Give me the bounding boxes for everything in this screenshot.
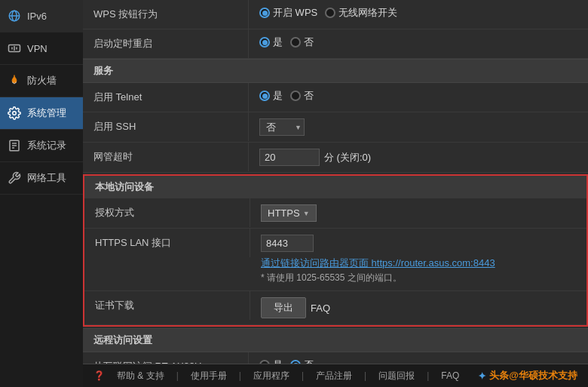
- reboot-no-option[interactable]: 否: [290, 35, 314, 49]
- https-select-label: HTTPS: [268, 207, 300, 219]
- wps-switch-option[interactable]: 无线网络开关: [325, 6, 397, 20]
- session-row-content: 分 (关闭:0): [259, 149, 371, 166]
- telnet-no-radio[interactable]: [290, 91, 301, 101]
- sidebar-label-system: 系统管理: [27, 106, 66, 120]
- local-access-header: 本地访问设备: [84, 176, 586, 198]
- https-port-note: * 请使用 1025-65535 之间的端口。: [261, 272, 495, 284]
- reboot-yes-radio[interactable]: [259, 37, 270, 48]
- svg-point-4: [13, 112, 17, 115]
- telnet-label: 启用 Telnet: [83, 83, 249, 112]
- footer-faq-link[interactable]: FAQ: [441, 370, 459, 381]
- main-content: WPS 按钮行为 开启 WPS 无线网络开关 启动定时重启: [83, 0, 588, 387]
- wps-switch-label: 无线网络开关: [338, 6, 397, 20]
- sidebar-item-network-tools[interactable]: 网络工具: [0, 162, 83, 195]
- remote-internet-radio-group: 是 否: [259, 358, 314, 364]
- settings-table: WPS 按钮行为 开启 WPS 无线网络开关 启动定时重启: [83, 0, 588, 364]
- footer-report-link[interactable]: 问题回报: [378, 370, 415, 382]
- https-lan-row: HTTPS LAN 接口 通过链接访问路由器页面 https://router.…: [84, 229, 586, 291]
- reboot-radio-group: 是 否: [259, 35, 314, 49]
- session-timeout-label: 网管超时: [83, 143, 249, 171]
- sidebar-item-vpn[interactable]: VPN: [0, 32, 83, 65]
- services-header: 服务: [83, 59, 588, 83]
- telnet-no-label: 否: [304, 89, 314, 103]
- reboot-no-radio[interactable]: [290, 37, 301, 48]
- session-timeout-row: 网管超时 分 (关闭:0): [83, 143, 588, 173]
- cert-download-value: 导出 FAQ: [250, 291, 586, 324]
- footer-help-icon: ❓: [93, 370, 105, 381]
- footer-sep-5: |: [427, 370, 429, 381]
- ssh-select[interactable]: 否 是: [259, 118, 305, 136]
- footer-sep-2: |: [239, 370, 241, 381]
- scheduled-reboot-value: 是 否: [249, 29, 588, 55]
- remote-internet-no-option[interactable]: 否: [290, 358, 314, 364]
- wps-behavior-row: WPS 按钮行为 开启 WPS 无线网络开关: [83, 0, 588, 29]
- telnet-yes-radio[interactable]: [259, 91, 270, 101]
- footer-manual-link[interactable]: 使用手册: [191, 370, 227, 382]
- sidebar-label-syslog: 系统记录: [27, 139, 66, 152]
- footer-help-link[interactable]: 帮助 & 支持: [117, 370, 164, 382]
- footer-sep-3: |: [302, 370, 304, 381]
- scheduled-reboot-label: 启动定时重启: [83, 29, 249, 58]
- footer-app-link[interactable]: 应用程序: [253, 370, 289, 382]
- remote-internet-yes-option[interactable]: 是: [259, 358, 283, 364]
- vpn-icon: [6, 40, 23, 57]
- telnet-yes-label: 是: [273, 89, 283, 103]
- wps-behavior-label: WPS 按钮行为: [83, 0, 249, 29]
- ssh-label: 启用 SSH: [83, 112, 249, 141]
- sidebar: IPv6 VPN 防火墙 系统管理: [0, 0, 83, 387]
- wps-radio-group: 开启 WPS 无线网络开关: [259, 6, 397, 20]
- wps-switch-radio[interactable]: [325, 8, 335, 18]
- footer-sep-4: |: [364, 370, 366, 381]
- footer-reg-link[interactable]: 产品注册: [316, 370, 352, 382]
- https-lan-label: HTTPS LAN 接口: [84, 229, 250, 257]
- wps-on-label: 开启 WPS: [273, 6, 317, 20]
- https-link[interactable]: 通过链接访问路由器页面 https://router.asus.com:8443: [261, 256, 495, 270]
- session-timeout-value: 分 (关闭:0): [249, 143, 588, 172]
- gear-icon: [6, 105, 23, 121]
- ssh-value: 否 是: [249, 112, 588, 142]
- auth-method-value: HTTPS: [250, 198, 586, 228]
- telnet-value: 是 否: [249, 83, 588, 109]
- remote-internet-no-label: 否: [304, 358, 314, 364]
- remote-access-header: 远程访问设置: [83, 328, 588, 352]
- footer-brand: ✦ 头条@华硕技术支持: [478, 369, 577, 382]
- wps-behavior-value: 开启 WPS 无线网络开关: [249, 0, 588, 26]
- telnet-no-option[interactable]: 否: [290, 89, 314, 103]
- brand-asus-icon: ✦: [478, 370, 486, 382]
- scheduled-reboot-row: 启动定时重启 是 否: [83, 29, 588, 59]
- sidebar-label-ipv6: IPv6: [27, 11, 47, 22]
- reboot-yes-option[interactable]: 是: [259, 35, 283, 49]
- wps-on-radio[interactable]: [259, 8, 270, 18]
- footer-sep-1: |: [176, 370, 179, 381]
- session-timeout-input[interactable]: [259, 149, 320, 166]
- cert-download-label: 证书下载: [84, 291, 250, 320]
- ssh-select-wrapper[interactable]: 否 是: [259, 118, 305, 136]
- export-button[interactable]: 导出: [261, 297, 306, 318]
- wps-on-option[interactable]: 开启 WPS: [259, 6, 317, 20]
- local-access-section: 本地访问设备 授权方式 HTTPS HTTPS LAN 接口 通过链接访问路由器…: [83, 174, 588, 327]
- sidebar-label-firewall: 防火墙: [27, 74, 57, 88]
- auth-method-row: 授权方式 HTTPS: [84, 198, 586, 229]
- sidebar-label-vpn: VPN: [27, 43, 47, 54]
- reboot-yes-label: 是: [273, 35, 283, 49]
- https-port-description: 通过链接访问路由器页面 https://router.asus.com:8443…: [261, 256, 495, 284]
- brand-label: 头条@华硕技术支持: [489, 369, 577, 382]
- sidebar-item-syslog[interactable]: 系统记录: [0, 130, 83, 162]
- sidebar-item-system[interactable]: 系统管理: [0, 97, 83, 130]
- auth-method-label: 授权方式: [84, 198, 250, 227]
- sidebar-item-ipv6[interactable]: IPv6: [0, 0, 83, 32]
- https-lan-value: 通过链接访问路由器页面 https://router.asus.com:8443…: [250, 229, 586, 290]
- cert-download-row: 证书下载 导出 FAQ: [84, 291, 586, 325]
- sidebar-item-firewall[interactable]: 防火墙: [0, 65, 83, 97]
- reboot-no-label: 否: [304, 35, 314, 49]
- ssh-row: 启用 SSH 否 是: [83, 112, 588, 143]
- telnet-radio-group: 是 否: [259, 89, 314, 103]
- https-select-button[interactable]: HTTPS: [261, 204, 317, 222]
- https-port-input[interactable]: [261, 235, 314, 252]
- faq-link[interactable]: FAQ: [311, 303, 330, 314]
- globe-icon: [6, 8, 23, 24]
- tools-icon: [6, 170, 23, 186]
- telnet-yes-option[interactable]: 是: [259, 89, 283, 103]
- remote-internet-row: 从互联网访问 RT-AX88U 是 否: [83, 352, 588, 364]
- telnet-row: 启用 Telnet 是 否: [83, 83, 588, 112]
